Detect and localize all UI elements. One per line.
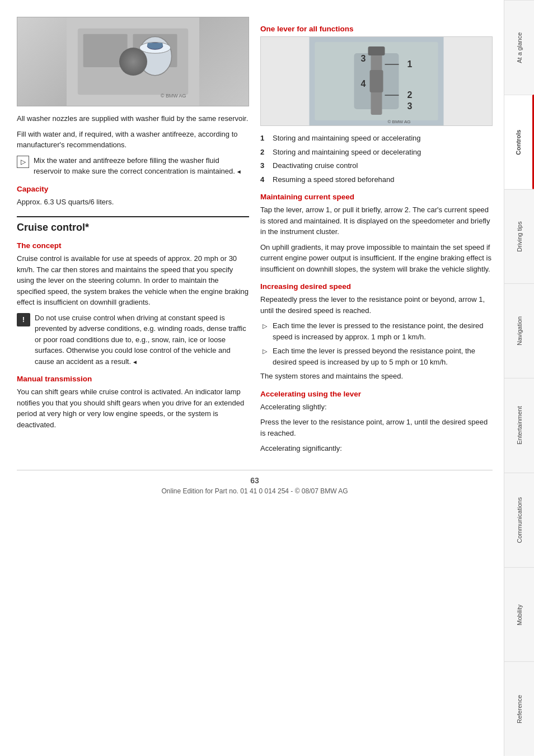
sidebar-tab-reference[interactable]: Reference — [504, 661, 534, 756]
capacity-text: Approx. 6.3 US quarts/6 liters. — [17, 197, 249, 208]
bullet-list: Each time the lever is pressed to the re… — [260, 320, 493, 367]
footer: 63 Online Edition for Part no. 01 41 0 0… — [17, 470, 493, 495]
washer-caption: All washer nozzles are supplied with was… — [17, 113, 249, 124]
right-column: One lever for all functions 3 4 — [260, 17, 493, 459]
list-item-4: 4 Resuming a speed stored beforehand — [260, 174, 493, 185]
manual-para: You can shift gears while cruise control… — [17, 386, 249, 430]
accelerating-slightly: Accelerating slightly: — [260, 402, 493, 413]
sidebar: At a glance Controls Driving tips Naviga… — [504, 0, 534, 756]
accelerating-significantly: Accelerating significantly: — [260, 443, 493, 454]
accelerating-heading: Accelerating using the lever — [260, 390, 493, 398]
svg-rect-7 — [147, 43, 163, 47]
washer-para2: Fill with water and, if required, with a… — [17, 129, 249, 151]
left-column: © BMW AG All washer nozzles are supplied… — [17, 17, 249, 459]
svg-text:4: 4 — [361, 79, 366, 88]
maintaining-heading: Maintaining current speed — [260, 193, 493, 201]
warning-icon: ! — [17, 313, 30, 326]
capacity-heading: Capacity — [17, 185, 249, 193]
bullet-text-1: Each time the lever is pressed to the re… — [273, 320, 493, 342]
svg-rect-14 — [370, 70, 383, 92]
item-num-4: 4 — [260, 174, 268, 185]
svg-text:© BMW AG: © BMW AG — [161, 93, 186, 99]
svg-text:3: 3 — [407, 101, 413, 111]
list-item-3: 3 Deactivating cruise control — [260, 160, 493, 171]
sidebar-tab-communications[interactable]: Communications — [504, 473, 534, 567]
concept-para1: Cruise control is available for use at s… — [17, 253, 249, 308]
sidebar-tab-mobility[interactable]: Mobility — [504, 567, 534, 662]
system-stores: The system stores and maintains the spee… — [260, 371, 493, 382]
svg-text:1: 1 — [407, 59, 413, 69]
item-text-2: Storing and maintaining speed or deceler… — [273, 147, 421, 158]
accelerating-para: Press the lever to the resistance point,… — [260, 417, 493, 438]
maintaining-para2: On uphill gradients, it may prove imposs… — [260, 242, 493, 275]
item-num-1: 1 — [260, 133, 268, 144]
increasing-para: Repeatedly press the lever to the resist… — [260, 294, 493, 316]
lever-heading: One lever for all functions — [260, 25, 493, 33]
svg-text:2: 2 — [407, 90, 413, 100]
item-num-2: 2 — [260, 147, 268, 158]
svg-text:3: 3 — [361, 54, 366, 63]
bullet-item-2: Each time the lever is pressed beyond th… — [260, 346, 493, 367]
page-number: 63 — [17, 476, 493, 485]
increasing-heading: Increasing desired speed — [260, 282, 493, 291]
numbered-list: 1 Storing and maintaining speed or accel… — [260, 133, 493, 185]
lever-image: 3 4 1 2 3 © BMW AG — [260, 36, 493, 126]
sidebar-tab-driving-tips[interactable]: Driving tips — [504, 189, 534, 284]
sidebar-tab-at-a-glance[interactable]: At a glance — [504, 0, 534, 95]
bullet-text-2: Each time the lever is pressed beyond th… — [273, 346, 493, 367]
main-content: © BMW AG All washer nozzles are supplied… — [0, 0, 504, 756]
warning-text: Do not use cruise control when driving a… — [35, 312, 249, 367]
note-box: ▷ Mix the water and antifreeze before fi… — [17, 155, 249, 177]
svg-text:© BMW AG: © BMW AG — [388, 119, 411, 124]
sidebar-tab-navigation[interactable]: Navigation — [504, 283, 534, 378]
two-column-layout: © BMW AG All washer nozzles are supplied… — [17, 17, 493, 459]
item-text-3: Deactivating cruise control — [273, 160, 358, 171]
svg-rect-15 — [368, 46, 385, 55]
item-text-1: Storing and maintaining speed or acceler… — [273, 133, 421, 144]
sidebar-tab-entertainment[interactable]: Entertainment — [504, 378, 534, 473]
svg-rect-8 — [141, 53, 144, 67]
list-item-2: 2 Storing and maintaining speed or decel… — [260, 147, 493, 158]
list-item-1: 1 Storing and maintaining speed or accel… — [260, 133, 493, 144]
concept-heading: The concept — [17, 241, 249, 250]
note-icon: ▷ — [17, 156, 29, 168]
warning-box: ! Do not use cruise control when driving… — [17, 312, 249, 367]
bullet-item-1: Each time the lever is pressed to the re… — [260, 320, 493, 342]
svg-rect-2 — [83, 34, 128, 67]
maintaining-para1: Tap the lever, arrow 1, or pull it brief… — [260, 204, 493, 237]
manual-heading: Manual transmission — [17, 375, 249, 383]
item-text-4: Resuming a speed stored beforehand — [273, 174, 395, 185]
note-text: Mix the water and antifreeze before fill… — [34, 155, 249, 177]
sidebar-tab-controls[interactable]: Controls — [504, 95, 534, 189]
washer-image: © BMW AG — [17, 17, 249, 106]
cruise-control-heading: Cruise control* — [17, 216, 249, 234]
item-num-3: 3 — [260, 160, 268, 171]
footer-text: Online Edition for Part no. 01 41 0 014 … — [17, 487, 493, 495]
